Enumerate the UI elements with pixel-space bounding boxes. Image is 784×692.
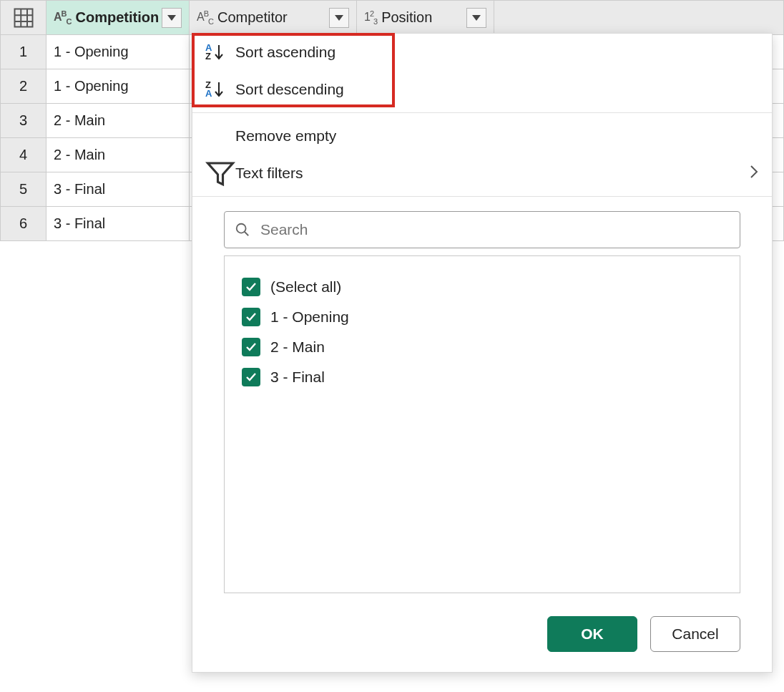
chevron-down-icon: [167, 15, 176, 21]
text-type-icon: ABC: [197, 9, 213, 26]
filter-value-item[interactable]: 1 - Opening: [242, 302, 722, 332]
ok-button[interactable]: OK: [547, 616, 637, 652]
column-header-competitor[interactable]: ABC Competitor: [190, 1, 357, 35]
row-number[interactable]: 2: [1, 69, 46, 104]
row-number[interactable]: 4: [1, 138, 46, 172]
sort-desc-icon: ZA: [205, 79, 230, 100]
remove-empty-item[interactable]: Remove empty: [192, 117, 772, 155]
filter-dropdown-panel: AZ Sort ascending ZA Sort descending Rem…: [192, 33, 773, 673]
svg-marker-6: [335, 15, 343, 21]
cell-competition[interactable]: 2 - Main: [46, 104, 190, 138]
menu-separator: [192, 196, 772, 197]
checkbox-checked-icon: [242, 338, 260, 356]
filter-search-box[interactable]: [224, 211, 740, 248]
filter-value-select-all[interactable]: (Select all): [242, 272, 722, 302]
filter-search-input[interactable]: [259, 220, 730, 239]
column-name: Competitor: [217, 9, 329, 26]
cell-competition[interactable]: 1 - Opening: [46, 69, 190, 104]
cell-competition[interactable]: 1 - Opening: [46, 35, 190, 69]
row-number[interactable]: 6: [1, 207, 46, 241]
filter-value-label: 3 - Final: [270, 369, 325, 386]
filter-dropdown-button[interactable]: [466, 8, 486, 28]
text-type-icon: ABC: [54, 9, 71, 26]
filter-value-label: (Select all): [270, 278, 341, 296]
sort-ascending-item[interactable]: AZ Sort ascending: [192, 34, 772, 71]
checkbox-checked-icon: [242, 278, 260, 296]
chevron-down-icon: [335, 15, 343, 21]
svg-marker-10: [208, 163, 233, 185]
cancel-button[interactable]: Cancel: [650, 616, 740, 652]
filter-values-list: (Select all) 1 - Opening 2 - Main 3 - Fi…: [224, 255, 740, 593]
number-type-icon: 123: [364, 9, 377, 26]
cell-competition[interactable]: 3 - Final: [46, 172, 190, 207]
svg-rect-0: [14, 9, 32, 26]
filter-value-item[interactable]: 2 - Main: [242, 332, 722, 362]
svg-point-11: [237, 224, 246, 233]
column-header-competition[interactable]: ABC Competition: [46, 1, 190, 35]
cell-competition[interactable]: 3 - Final: [46, 207, 190, 241]
column-name: Competition: [75, 9, 162, 26]
row-number[interactable]: 3: [1, 104, 46, 138]
menu-label: Sort descending: [235, 81, 344, 98]
menu-label: Remove empty: [235, 127, 336, 145]
sort-asc-icon: AZ: [205, 42, 230, 63]
svg-marker-7: [472, 15, 481, 21]
menu-separator: [192, 112, 772, 113]
search-icon: [235, 222, 250, 238]
row-number[interactable]: 1: [1, 35, 46, 69]
checkbox-checked-icon: [242, 368, 260, 386]
filter-dropdown-button[interactable]: [162, 8, 182, 28]
menu-label: Text filters: [235, 165, 303, 182]
table-icon: [13, 7, 34, 29]
column-header-position[interactable]: 123 Position: [357, 1, 494, 35]
filter-value-item[interactable]: 3 - Final: [242, 362, 722, 392]
menu-label: Sort ascending: [235, 44, 335, 61]
sort-descending-item[interactable]: ZA Sort descending: [192, 71, 772, 108]
funnel-icon: [205, 158, 235, 188]
filter-value-label: 2 - Main: [270, 338, 325, 356]
filter-dropdown-button[interactable]: [329, 8, 349, 28]
chevron-down-icon: [472, 15, 481, 21]
checkbox-checked-icon: [242, 308, 260, 326]
text-filters-item[interactable]: Text filters: [192, 155, 772, 192]
chevron-right-icon: [749, 165, 759, 182]
filter-value-label: 1 - Opening: [270, 308, 349, 326]
select-all-corner[interactable]: [1, 1, 46, 35]
header-spacer: [494, 1, 784, 35]
row-number[interactable]: 5: [1, 172, 46, 207]
column-name: Position: [381, 9, 466, 26]
cell-competition[interactable]: 2 - Main: [46, 138, 190, 172]
svg-marker-5: [167, 15, 176, 21]
svg-line-12: [245, 232, 249, 236]
